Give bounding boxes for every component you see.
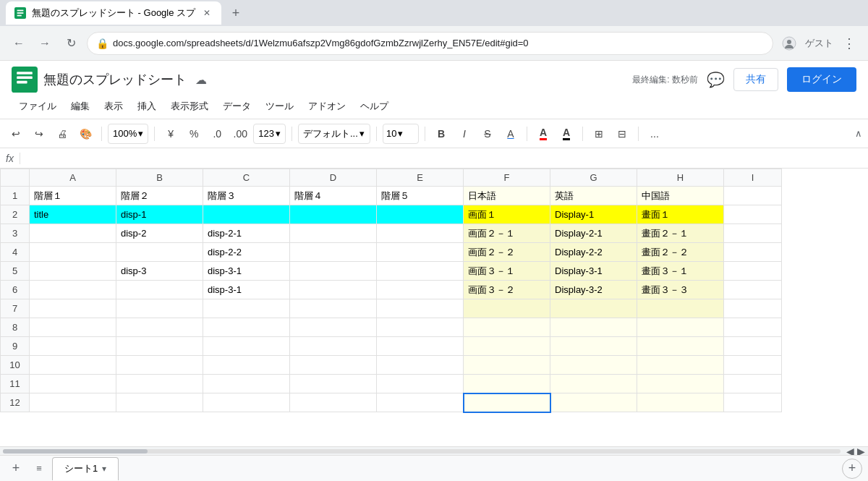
underline-button[interactable]: A [501,124,521,144]
sheet-list-button[interactable]: ≡ [29,459,49,479]
col-header-d[interactable]: D [290,169,377,187]
cell-10-A[interactable] [30,356,116,375]
cell-2-A[interactable]: title [30,205,116,224]
cell-7-I[interactable] [724,299,782,318]
cell-11-I[interactable] [724,375,782,393]
cell-12-A[interactable] [30,393,116,412]
cell-9-B[interactable] [116,337,203,356]
cell-5-A[interactable] [30,262,116,281]
cell-1-I[interactable] [724,187,782,205]
cell-8-A[interactable] [30,318,116,337]
cell-1-H[interactable]: 中国語 [637,187,724,205]
cell-7-C[interactable] [203,299,290,318]
cell-9-D[interactable] [290,337,377,356]
col-header-h[interactable]: H [637,169,724,187]
cell-7-H[interactable] [637,299,724,318]
cell-8-B[interactable] [116,318,203,337]
cell-2-G[interactable]: Display-1 [550,205,637,224]
cell-4-G[interactable]: Display-2-2 [550,243,637,262]
cell-10-H[interactable] [637,356,724,375]
cell-6-C[interactable]: disp-3-1 [203,281,290,299]
tab-close-button[interactable]: ✕ [201,7,213,19]
cell-12-E[interactable] [377,393,464,412]
cell-8-G[interactable] [550,318,637,337]
cell-12-D[interactable] [290,393,377,412]
cell-3-A[interactable] [30,224,116,243]
cell-10-D[interactable] [290,356,377,375]
cell-11-B[interactable] [116,375,203,393]
cell-3-I[interactable] [724,224,782,243]
cell-10-G[interactable] [550,356,637,375]
horizontal-scrollbar[interactable]: ◀ ▶ [0,446,868,455]
cell-3-E[interactable] [377,224,464,243]
row-header-3[interactable]: 3 [1,224,30,243]
cell-11-C[interactable] [203,375,290,393]
cell-6-A[interactable] [30,281,116,299]
cell-5-I[interactable] [724,262,782,281]
cell-5-H[interactable]: 畫面３－１ [637,262,724,281]
add-sheet-button[interactable]: + [6,459,26,479]
row-header-4[interactable]: 4 [1,243,30,262]
col-header-b[interactable]: B [116,169,203,187]
cell-4-H[interactable]: 畫面２－２ [637,243,724,262]
cell-2-D[interactable] [290,205,377,224]
cell-7-D[interactable] [290,299,377,318]
borders-button[interactable]: ⊞ [589,124,609,144]
cell-8-F[interactable] [464,318,550,337]
more-menu-button[interactable]: ⋮ [839,33,859,54]
italic-button[interactable]: I [454,124,475,144]
cell-3-C[interactable]: disp-2-1 [203,224,290,243]
row-header-2[interactable]: 2 [1,205,30,224]
cell-3-B[interactable]: disp-2 [116,224,203,243]
cell-4-E[interactable] [377,243,464,262]
menu-format[interactable]: 表示形式 [163,97,216,116]
cell-6-B[interactable] [116,281,203,299]
cell-4-C[interactable]: disp-2-2 [203,243,290,262]
cell-11-D[interactable] [290,375,377,393]
strikethrough-button[interactable]: S [477,124,498,144]
cell-7-A[interactable] [30,299,116,318]
cell-4-D[interactable] [290,243,377,262]
cell-2-H[interactable]: 畫面１ [637,205,724,224]
scrollbar-thumb[interactable] [3,449,148,454]
cell-7-B[interactable] [116,299,203,318]
address-bar[interactable]: 🔒 docs.google.com/spreadsheets/d/1Welzmu… [87,32,773,55]
cell-3-G[interactable]: Display-2-1 [550,224,637,243]
cell-8-C[interactable] [203,318,290,337]
cell-2-E[interactable] [377,205,464,224]
menu-help[interactable]: ヘルプ [353,97,396,116]
cell-4-B[interactable] [116,243,203,262]
cell-6-D[interactable] [290,281,377,299]
cell-8-D[interactable] [290,318,377,337]
sheet-tab-sheet1[interactable]: シート1 ▾ [52,457,119,480]
cell-6-H[interactable]: 畫面３－３ [637,281,724,299]
fill-color-button[interactable]: A [533,124,553,144]
zoom-dropdown[interactable]: 100% ▾ [108,124,148,144]
cell-10-C[interactable] [203,356,290,375]
cell-4-A[interactable] [30,243,116,262]
col-header-f[interactable]: F [464,169,550,187]
merge-button[interactable]: ⊟ [612,124,632,144]
row-header-11[interactable]: 11 [1,375,30,393]
formula-input[interactable] [26,153,862,163]
cell-7-G[interactable] [550,299,637,318]
cell-12-B[interactable] [116,393,203,412]
cell-11-A[interactable] [30,375,116,393]
row-header-7[interactable]: 7 [1,299,30,318]
cell-5-G[interactable]: Display-3-1 [550,262,637,281]
cell-10-E[interactable] [377,356,464,375]
undo-button[interactable]: ↩ [6,124,26,144]
cell-3-H[interactable]: 畫面２－１ [637,224,724,243]
number-format-dropdown[interactable]: 123 ▾ [253,124,286,144]
cell-9-H[interactable] [637,337,724,356]
redo-button[interactable]: ↪ [29,124,49,144]
row-header-12[interactable]: 12 [1,393,30,412]
cell-12-C[interactable] [203,393,290,412]
cell-1-C[interactable]: 階層３ [203,187,290,205]
login-button[interactable]: ログイン [787,67,856,92]
comment-button[interactable]: 💬 [707,71,725,88]
cell-3-F[interactable]: 画面２－１ [464,224,550,243]
row-header-1[interactable]: 1 [1,187,30,205]
cell-6-E[interactable] [377,281,464,299]
cell-2-C[interactable] [203,205,290,224]
